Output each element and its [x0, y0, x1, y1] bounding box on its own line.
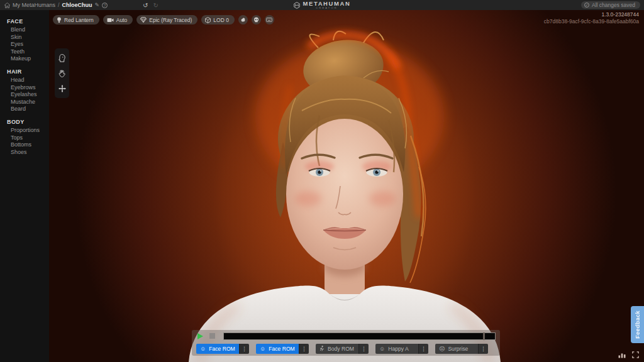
sidebar-item-skin[interactable]: Skin	[7, 34, 49, 41]
clip-label: Surprise	[448, 346, 468, 352]
clip-button[interactable]: ☹ Surprise	[435, 344, 478, 354]
sidebar-item-head[interactable]: Head	[7, 77, 49, 84]
transport-controls	[192, 330, 500, 343]
check-icon: ✓	[584, 3, 589, 8]
clip-label: Body ROM	[328, 346, 354, 352]
clip-face-rom-1: ☺ Face ROM ⋮	[196, 344, 249, 354]
clay-preview-button[interactable]	[238, 15, 248, 25]
quality-label: Epic (Ray Traced)	[149, 17, 192, 23]
play-button[interactable]	[197, 333, 203, 339]
rename-icon[interactable]: ✎	[95, 2, 100, 8]
lightbulb-icon	[57, 17, 62, 23]
sidebar-item-eyebrows[interactable]: Eyebrows	[7, 84, 49, 92]
clip-face-rom-2: ☺ Face ROM ⋮	[256, 344, 309, 354]
lod-label: LOD 0	[213, 17, 229, 23]
build-id: cb7d8b38-9acf-9cfc-8a39-8afe5aabf60a	[544, 18, 639, 25]
metahuman-logo: METAHUMAN CREATOR	[294, 0, 351, 10]
sidebar-section-title: FACE	[7, 18, 49, 25]
viewport-toolbar: Red Lantern Auto Epic (Ray Traced) LOD 0	[53, 15, 274, 25]
clip-menu-button[interactable]: ⋮	[299, 344, 309, 354]
sidebar-item-blend[interactable]: Blend	[7, 26, 49, 34]
clip-body-rom: Body ROM ⋮	[316, 344, 369, 354]
skull-icon	[253, 17, 259, 23]
sidebar-item-eyelashes[interactable]: Eyelashes	[7, 91, 49, 99]
hair-visibility-button[interactable]	[252, 15, 261, 25]
feedback-label: Feedback	[635, 310, 641, 339]
top-bar: My MetaHumans / ChloeChuu ✎ ? ↺ ↻ METAHU…	[0, 0, 644, 10]
character-render	[49, 10, 644, 362]
sidebar-section-title: BODY	[7, 119, 49, 125]
metahuman-name: ChloeChuu	[62, 2, 92, 8]
viewport-corner-controls	[618, 351, 639, 358]
grab-tool-button[interactable]	[57, 69, 67, 78]
sculpt-tool-palette	[55, 48, 69, 98]
sidebar-item-tops[interactable]: Tops	[7, 134, 49, 142]
face-icon: ☺	[260, 346, 265, 352]
lighting-selector[interactable]: Red Lantern	[53, 15, 99, 25]
breadcrumb-separator: /	[58, 2, 60, 8]
playhead[interactable]	[483, 332, 485, 340]
surprise-face-icon: ☹	[439, 346, 445, 352]
clip-button[interactable]: ☺ Face ROM	[196, 344, 239, 354]
move-cross-icon	[58, 85, 66, 92]
face-icon: ☺	[379, 346, 385, 352]
lod-selector[interactable]: LOD 0	[201, 15, 235, 25]
fullscreen-icon	[632, 351, 639, 358]
face-sculpt-tool-button[interactable]	[57, 53, 67, 63]
quality-selector[interactable]: Epic (Ray Traced)	[136, 15, 197, 25]
help-icon[interactable]: ?	[102, 3, 108, 8]
runner-icon	[319, 346, 325, 353]
breadcrumb: My MetaHumans / ChloeChuu ✎ ? ↺ ↻	[0, 2, 158, 9]
face-icon: ☺	[200, 346, 206, 352]
feedback-button[interactable]: Feedback	[631, 306, 644, 343]
redo-button[interactable]: ↻	[153, 2, 158, 9]
save-status-text: All changes saved	[592, 2, 635, 8]
metahuman-logo-icon	[294, 2, 301, 9]
clip-menu-button[interactable]: ⋮	[358, 344, 369, 354]
cube-icon	[205, 17, 211, 23]
performance-stats-button[interactable]	[618, 352, 626, 358]
gem-icon	[140, 17, 147, 23]
timeline-scrubber[interactable]	[223, 332, 496, 340]
keyboard-shortcuts-button[interactable]	[265, 15, 274, 25]
3d-viewport[interactable]: Red Lantern Auto Epic (Ray Traced) LOD 0…	[49, 10, 644, 362]
sidebar-item-makeup[interactable]: Makeup	[7, 55, 49, 63]
clip-surprise: ☹ Surprise ⋮	[435, 344, 488, 354]
fullscreen-button[interactable]	[632, 351, 639, 358]
sidebar-item-proportions[interactable]: Proportions	[7, 127, 49, 134]
logo-subtitle: CREATOR	[316, 7, 338, 9]
clip-button[interactable]: ☺ Face ROM	[256, 344, 299, 354]
sidebar-item-bottoms[interactable]: Bottoms	[7, 141, 49, 149]
move-tool-button[interactable]	[57, 84, 67, 93]
sidebar-item-eyes[interactable]: Eyes	[7, 41, 49, 48]
camera-selector[interactable]: Auto	[103, 15, 133, 25]
breadcrumb-root-link[interactable]: My MetaHumans	[13, 2, 55, 8]
clip-button[interactable]: ☺ Happy A	[375, 344, 418, 354]
hand-icon	[58, 70, 65, 77]
clip-label: Happy A	[388, 346, 409, 352]
history-controls: ↺ ↻	[143, 2, 158, 9]
camera-label: Auto	[116, 17, 128, 23]
sidebar-item-teeth[interactable]: Teeth	[7, 48, 49, 56]
clip-label: Face ROM	[209, 346, 235, 352]
keyboard-icon	[266, 18, 272, 22]
clip-button[interactable]: Body ROM	[316, 344, 358, 354]
clip-label: Face ROM	[269, 346, 295, 352]
animation-timeline: ☺ Face ROM ⋮ ☺ Face ROM ⋮ Body ROM ⋮	[192, 330, 500, 356]
undo-button[interactable]: ↺	[143, 2, 148, 9]
sidebar-item-mustache[interactable]: Mustache	[7, 99, 49, 106]
sidebar-section-body: BODY Proportions Tops Bottoms Shoes	[7, 119, 49, 156]
stop-button[interactable]	[209, 333, 215, 339]
clip-menu-button[interactable]: ⋮	[239, 344, 249, 354]
sidebar-section-face: FACE Blend Skin Eyes Teeth Makeup	[7, 18, 49, 63]
animation-clips: ☺ Face ROM ⋮ ☺ Face ROM ⋮ Body ROM ⋮	[196, 344, 488, 354]
save-status-badge: ✓ All changes saved	[581, 1, 640, 9]
clip-menu-button[interactable]: ⋮	[418, 344, 428, 354]
clay-icon	[240, 17, 246, 23]
sidebar-item-beard[interactable]: Beard	[7, 106, 49, 113]
sidebar: FACE Blend Skin Eyes Teeth Makeup HAIR H…	[0, 10, 49, 362]
sidebar-section-hair: HAIR Head Eyebrows Eyelashes Mustache Be…	[7, 69, 49, 113]
sidebar-item-shoes[interactable]: Shoes	[7, 149, 49, 156]
clip-menu-button[interactable]: ⋮	[478, 344, 488, 354]
home-icon[interactable]	[4, 3, 10, 8]
